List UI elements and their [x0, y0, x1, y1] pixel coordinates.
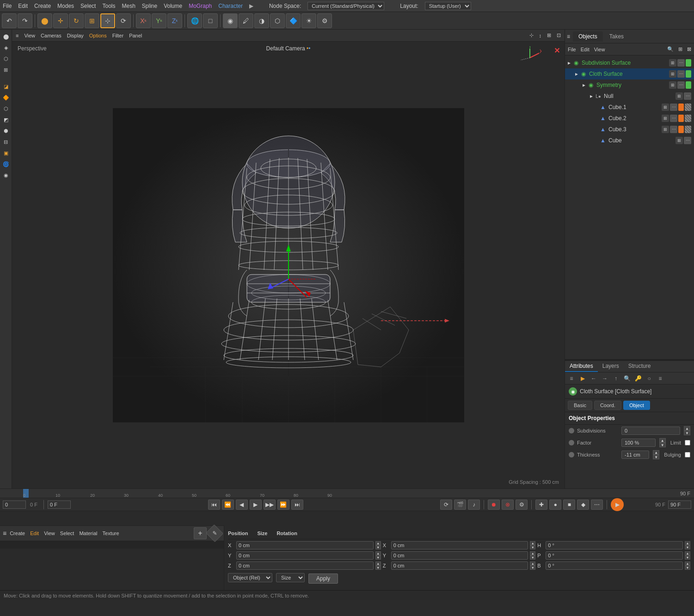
filter-icon[interactable]: ⊞ — [678, 46, 682, 52]
tl-btn-back[interactable]: ◀ — [236, 500, 248, 510]
x-pos-spin-up[interactable]: ▲ — [375, 541, 381, 545]
menu-mesh[interactable]: Mesh — [122, 3, 135, 9]
viewport-menu-cameras[interactable]: Cameras — [41, 33, 61, 38]
sidebar-tool-3[interactable]: ◩ — [1, 115, 11, 125]
vis-dot-4[interactable]: ⋯ — [670, 104, 677, 111]
tl-btn-prev-frame[interactable]: ⏪ — [222, 500, 234, 510]
sidebar-mode-2[interactable]: ⬡ — [1, 54, 11, 64]
menu-character[interactable]: Character — [218, 3, 243, 9]
tree-item-symmetry[interactable]: ▸ ◉ Symmetry ⊞ ⋯ — [565, 79, 694, 91]
vis-check-4[interactable]: ⊞ — [662, 104, 669, 111]
prop-spin-down-thickness[interactable]: ▼ — [653, 455, 659, 459]
prop-value-factor[interactable] — [621, 439, 656, 447]
prop-spin-up-factor[interactable]: ▲ — [659, 438, 666, 443]
search-icon[interactable]: 🔍 — [667, 46, 674, 52]
bt-plus-button[interactable]: + — [194, 527, 207, 539]
mesh-viewport[interactable] — [12, 42, 565, 488]
tl-btn-film[interactable]: 🎬 — [454, 500, 466, 510]
fx-button[interactable]: ⚙ — [317, 13, 332, 28]
viewport-menu-hamburger[interactable]: ≡ — [16, 33, 18, 38]
menu-spline[interactable]: Spline — [142, 3, 157, 9]
bt-edit[interactable]: Edit — [30, 531, 39, 536]
tl-btn-square[interactable]: ■ — [563, 500, 575, 510]
tl-btn-add[interactable]: ✚ — [535, 500, 547, 510]
p-rot-input[interactable] — [546, 551, 683, 560]
tree-item-subdivision-surface[interactable]: ▸ ◉ Subdivision Surface ⊞ ⋯ — [565, 57, 694, 68]
z-size-input[interactable] — [391, 561, 528, 570]
obj-menu-view[interactable]: View — [594, 47, 605, 52]
tl-btn-prev-key[interactable]: ⏮ — [208, 500, 220, 510]
scale-button[interactable]: ⊞ — [85, 13, 99, 28]
max-frame-input[interactable] — [668, 500, 691, 509]
prop-tab-basic[interactable]: Basic — [568, 401, 592, 410]
vis-green-0[interactable] — [686, 59, 691, 67]
x-size-spin-up[interactable]: ▲ — [530, 541, 535, 545]
sidebar-tool-0[interactable]: ◪ — [1, 81, 11, 91]
current-frame-input2[interactable] — [48, 500, 71, 509]
prop-spin-down-factor[interactable]: ▼ — [659, 443, 666, 447]
tl-btn-play[interactable]: ▶ — [250, 500, 262, 510]
tl-btn-next-key[interactable]: ⏭ — [291, 500, 303, 510]
sidebar-tool-1[interactable]: 🔶 — [1, 92, 11, 103]
vis-check-6[interactable]: ⊞ — [662, 126, 669, 133]
undo-button[interactable]: ↶ — [2, 13, 17, 28]
menu-tools[interactable]: Tools — [102, 3, 115, 9]
vis-dot-6[interactable]: ⋯ — [670, 126, 677, 133]
tab-takes[interactable]: Takes — [604, 31, 629, 42]
y-pos-spin-up[interactable]: ▲ — [375, 551, 381, 555]
tree-expand-1[interactable]: ▸ — [575, 71, 578, 77]
sidebar-tool-7[interactable]: 🌀 — [1, 159, 11, 169]
bt-select[interactable]: Select — [60, 531, 74, 536]
bt-create[interactable]: Create — [10, 531, 25, 536]
rotate-button[interactable]: ↻ — [69, 13, 84, 28]
apply-button[interactable]: Apply — [308, 573, 338, 584]
object-mode-select[interactable]: Object (Rel) Object (Abs) World — [228, 573, 272, 582]
vis-green-2[interactable] — [686, 81, 691, 89]
vis-dot-1[interactable]: ⋯ — [677, 70, 685, 78]
sidebar-tool-4[interactable]: ⬢ — [1, 126, 11, 136]
world-button[interactable]: 🌐 — [187, 13, 202, 28]
attr-tb-arrow[interactable]: ▶ — [578, 374, 587, 383]
prop-spin-up-subdivisions[interactable]: ▲ — [684, 426, 690, 431]
menu-edit[interactable]: Edit — [18, 3, 28, 9]
z-size-spin-down[interactable]: ▼ — [530, 566, 535, 570]
viewport-menu-options[interactable]: Options — [89, 33, 107, 38]
prop-dot-thickness[interactable] — [569, 452, 574, 457]
vis-check-7[interactable]: ⊞ — [676, 137, 683, 144]
select-mode-button[interactable]: ⬤ — [37, 13, 52, 28]
factor-limit-checkbox[interactable] — [685, 440, 690, 445]
vis-dot-5[interactable]: ⋯ — [670, 115, 677, 122]
lasso-button[interactable]: □ — [203, 13, 218, 28]
tab-objects[interactable]: Objects — [573, 31, 603, 42]
vis-orange-6[interactable] — [678, 126, 684, 133]
tab-attributes[interactable]: Attributes — [565, 361, 598, 372]
b-rot-input[interactable] — [546, 561, 683, 570]
prop-value-subdivisions[interactable] — [621, 427, 680, 435]
scene-button[interactable]: ☀ — [301, 13, 316, 28]
p-rot-spin-down[interactable]: ▼ — [685, 555, 690, 560]
tree-item-cube1[interactable]: ▲ Cube.1 ⊞ ⋯ — [565, 102, 694, 113]
tl-btn-next-frame[interactable]: ⏩ — [277, 500, 289, 510]
viewport-menu-panel[interactable]: Panel — [129, 33, 142, 38]
axis-y-button[interactable]: Yk — [152, 13, 166, 28]
material-button[interactable]: ◑ — [254, 13, 269, 28]
more-arrow[interactable]: ▶ — [249, 3, 253, 9]
tree-expand-0[interactable]: ▸ — [568, 60, 571, 66]
attr-tb-menu[interactable]: ≡ — [567, 374, 576, 383]
vis-checker-4[interactable] — [685, 104, 691, 111]
x-pos-spin-down[interactable]: ▼ — [375, 545, 381, 549]
tl-btn-circle[interactable]: ● — [549, 500, 561, 510]
attr-tb-lock[interactable]: 🔑 — [633, 374, 643, 383]
b-rot-spin-down[interactable]: ▼ — [685, 566, 690, 570]
sidebar-tool-2[interactable]: ⬡ — [1, 104, 11, 114]
attr-tb-forward[interactable]: → — [600, 374, 609, 383]
y-size-spin-down[interactable]: ▼ — [530, 555, 535, 560]
y-pos-input[interactable] — [236, 551, 374, 560]
prop-tab-object[interactable]: Object — [623, 401, 650, 410]
deform-button[interactable]: 🔷 — [286, 13, 301, 28]
h-rot-input[interactable] — [546, 541, 683, 549]
paint-button[interactable]: 🖊 — [239, 13, 253, 28]
z-size-spin-up[interactable]: ▲ — [530, 561, 535, 566]
bookmark-icon[interactable]: ⊠ — [687, 46, 691, 52]
y-pos-spin-down[interactable]: ▼ — [375, 555, 381, 560]
